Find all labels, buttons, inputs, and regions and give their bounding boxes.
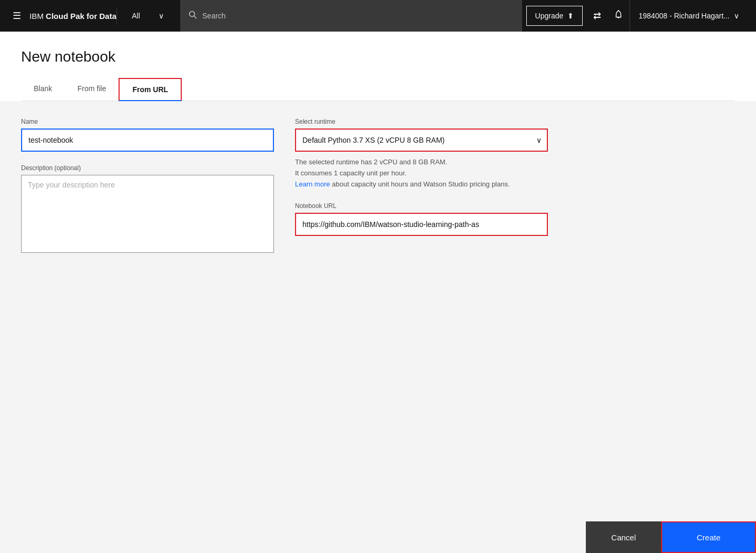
create-button[interactable]: Create <box>661 521 756 553</box>
name-field: Name <box>21 118 274 152</box>
form-right: Select runtime Default Python 3.7 XS (2 … <box>295 118 548 485</box>
upgrade-arrow-icon: ⬆ <box>567 12 574 20</box>
scope-selector[interactable]: All ∨ <box>117 0 180 32</box>
svg-line-1 <box>194 16 197 19</box>
topnav: ☰ IBM Cloud Pak for Data All ∨ Upgrade ⬆… <box>0 0 756 32</box>
description-textarea[interactable] <box>21 175 274 253</box>
cancel-button[interactable]: Cancel <box>586 521 661 553</box>
tab-bar: Blank From file From URL <box>21 78 735 101</box>
exchange-icon: ⇄ <box>593 10 601 22</box>
runtime-label: Select runtime <box>295 118 548 125</box>
brand-label: IBM Cloud Pak for Data <box>30 12 116 21</box>
description-field: Description (optional) <box>21 164 274 255</box>
bottom-bar: Cancel Create <box>0 521 756 553</box>
notebook-url-label: Notebook URL <box>295 202 548 210</box>
user-chevron-icon: ∨ <box>734 12 739 20</box>
form-left: Name Description (optional) <box>21 118 274 485</box>
page-header: New notebook Blank From file From URL <box>0 32 756 101</box>
name-input[interactable] <box>21 129 274 152</box>
tab-from-file[interactable]: From file <box>65 78 119 101</box>
exchange-icon-button[interactable]: ⇄ <box>587 0 607 32</box>
notification-button[interactable] <box>607 0 630 32</box>
svg-point-0 <box>190 12 195 17</box>
search-icon <box>189 11 197 21</box>
tab-blank[interactable]: Blank <box>21 78 65 101</box>
name-label: Name <box>21 118 274 125</box>
upgrade-button[interactable]: Upgrade ⬆ <box>526 6 583 26</box>
tab-from-url[interactable]: From URL <box>119 78 182 101</box>
bell-icon <box>614 10 623 22</box>
runtime-select-wrapper: Default Python 3.7 XS (2 vCPU 8 GB RAM) … <box>295 129 548 152</box>
form-area: Name Description (optional) Select runti… <box>0 101 756 501</box>
menu-icon[interactable]: ☰ <box>8 6 25 26</box>
chevron-down-icon: ∨ <box>151 12 172 20</box>
user-label: 1984008 - Richard Hagart... <box>639 12 730 20</box>
learn-more-link[interactable]: Learn more <box>295 180 330 188</box>
description-label: Description (optional) <box>21 164 274 172</box>
upgrade-label: Upgrade <box>535 12 564 20</box>
scope-label: All <box>125 12 146 20</box>
runtime-field: Select runtime Default Python 3.7 XS (2 … <box>295 118 548 190</box>
runtime-select[interactable]: Default Python 3.7 XS (2 vCPU 8 GB RAM) <box>295 129 548 152</box>
search-bar <box>180 0 522 32</box>
bottom-bar-spacer <box>0 521 586 553</box>
user-menu-button[interactable]: 1984008 - Richard Hagart... ∨ <box>630 0 748 32</box>
notebook-url-input[interactable] <box>295 213 548 236</box>
runtime-info: The selected runtime has 2 vCPU and 8 GB… <box>295 157 548 190</box>
notebook-url-field: Notebook URL <box>295 202 548 236</box>
page-title: New notebook <box>21 48 735 65</box>
search-input[interactable] <box>202 12 514 20</box>
